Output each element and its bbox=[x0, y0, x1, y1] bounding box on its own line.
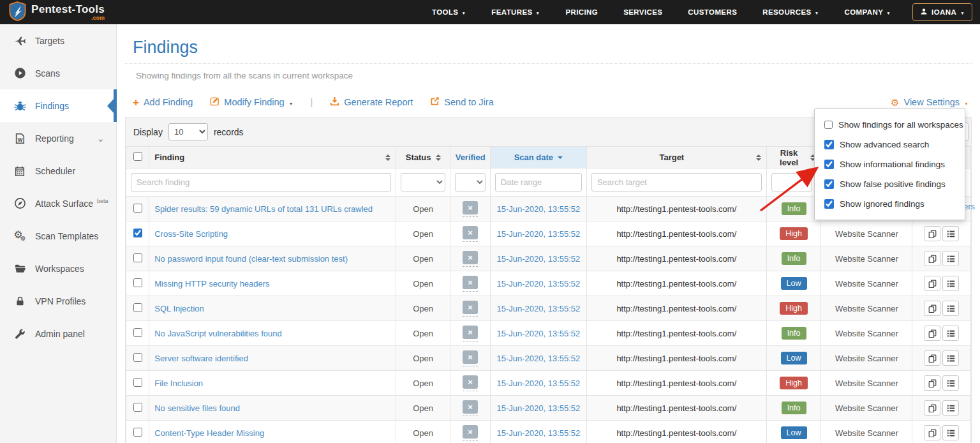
option-checkbox[interactable] bbox=[824, 120, 833, 130]
finding-link[interactable]: Content-Type Header Missing bbox=[154, 428, 264, 438]
scan-date-link[interactable]: 15-Jun-2020, 13:55:52 bbox=[496, 428, 580, 438]
not-verified-icon[interactable] bbox=[463, 301, 478, 314]
not-verified-icon[interactable] bbox=[463, 276, 478, 289]
copy-finding-button[interactable] bbox=[924, 326, 940, 341]
not-verified-icon[interactable] bbox=[463, 400, 478, 414]
copy-finding-button[interactable] bbox=[924, 251, 940, 266]
sidebar-item[interactable]: Admin panel bbox=[0, 317, 116, 350]
copy-finding-button[interactable] bbox=[924, 276, 940, 291]
view-settings-option[interactable]: Show findings for all workspaces bbox=[815, 115, 965, 135]
scan-date-link[interactable]: 15-Jun-2020, 13:55:52 bbox=[496, 304, 580, 313]
view-settings-button[interactable]: ⚙ View Settings bbox=[891, 97, 969, 107]
pentest-tools-logo[interactable]: Pentest-Tools .com bbox=[9, 1, 105, 24]
copy-finding-button[interactable] bbox=[924, 375, 940, 391]
records-per-page-select[interactable]: 10 bbox=[168, 123, 208, 140]
sidebar-item[interactable]: Scans bbox=[0, 57, 116, 89]
view-settings-option[interactable]: Show false positive findings bbox=[815, 174, 965, 194]
view-settings-option[interactable]: Show ignored findings bbox=[815, 194, 965, 214]
search-finding-input[interactable] bbox=[131, 173, 391, 191]
not-verified-icon[interactable] bbox=[463, 350, 478, 364]
row-checkbox[interactable] bbox=[133, 428, 142, 437]
scan-date-link[interactable]: 15-Jun-2020, 13:55:52 bbox=[496, 379, 580, 388]
not-verified-icon[interactable] bbox=[463, 326, 478, 339]
row-checkbox[interactable] bbox=[133, 278, 142, 287]
target-column-header[interactable]: Target bbox=[586, 147, 766, 169]
top-nav-item[interactable]: SERVICES bbox=[623, 8, 662, 16]
risk-filter-select[interactable] bbox=[771, 173, 812, 191]
scan-date-link[interactable]: 15-Jun-2020, 13:55:52 bbox=[496, 329, 580, 338]
details-list-button[interactable] bbox=[942, 350, 959, 366]
copy-finding-button[interactable] bbox=[924, 301, 940, 316]
sort-icon[interactable] bbox=[756, 154, 761, 161]
row-checkbox[interactable] bbox=[133, 328, 142, 337]
sidebar-item[interactable]: Scheduler bbox=[0, 154, 116, 187]
user-menu-button[interactable]: IOANA bbox=[912, 3, 972, 21]
top-nav-item[interactable]: PRICING bbox=[565, 8, 598, 16]
row-checkbox[interactable] bbox=[133, 253, 142, 262]
details-list-button[interactable] bbox=[942, 326, 959, 341]
search-target-input[interactable] bbox=[591, 173, 762, 191]
row-checkbox[interactable] bbox=[133, 229, 142, 237]
not-verified-icon[interactable] bbox=[463, 251, 478, 264]
details-list-button[interactable] bbox=[942, 375, 959, 391]
sidebar-item[interactable]: Workspaces bbox=[0, 252, 116, 285]
not-verified-icon[interactable] bbox=[463, 375, 478, 389]
sidebar-item[interactable]: Targets bbox=[0, 24, 116, 57]
option-checkbox[interactable] bbox=[824, 140, 834, 149]
scan-date-link[interactable]: 15-Jun-2020, 13:55:52 bbox=[496, 279, 580, 289]
select-all-checkbox[interactable] bbox=[133, 152, 142, 161]
scan-date-link[interactable]: 15-Jun-2020, 13:55:52 bbox=[496, 254, 580, 264]
details-list-button[interactable] bbox=[942, 251, 959, 266]
sort-icon[interactable] bbox=[385, 154, 390, 161]
option-checkbox[interactable] bbox=[824, 179, 834, 189]
row-checkbox[interactable] bbox=[133, 353, 142, 362]
details-list-button[interactable] bbox=[942, 276, 959, 291]
not-verified-icon[interactable] bbox=[463, 425, 478, 439]
option-checkbox[interactable] bbox=[824, 199, 834, 209]
view-settings-option[interactable]: Show advanced search bbox=[815, 135, 965, 154]
top-nav-item[interactable]: FEATURES bbox=[491, 8, 540, 16]
send-to-jira-button[interactable]: Send to Jira bbox=[430, 96, 493, 108]
details-list-button[interactable] bbox=[942, 425, 959, 440]
finding-link[interactable]: Spider results: 59 dynamic URLs of total… bbox=[154, 204, 373, 214]
add-finding-button[interactable]: + Add Finding bbox=[133, 97, 193, 108]
not-verified-icon[interactable] bbox=[463, 201, 478, 214]
generate-report-button[interactable]: Generate Report bbox=[330, 96, 413, 108]
finding-link[interactable]: SQL Injection bbox=[154, 304, 204, 313]
scan-date-column-header[interactable]: Scan date bbox=[490, 147, 586, 169]
modify-finding-button[interactable]: Modify Finding bbox=[210, 96, 293, 108]
not-verified-icon[interactable] bbox=[463, 226, 478, 239]
top-nav-item[interactable]: RESOURCES bbox=[762, 8, 819, 16]
date-range-input[interactable] bbox=[495, 173, 582, 191]
scan-date-link[interactable]: 15-Jun-2020, 13:55:52 bbox=[496, 354, 580, 363]
finding-link[interactable]: Missing HTTP security headers bbox=[154, 279, 269, 289]
view-settings-option[interactable]: Show informational findings bbox=[815, 154, 965, 174]
sort-icon[interactable] bbox=[436, 154, 441, 161]
copy-finding-button[interactable] bbox=[924, 226, 940, 241]
verified-column-header[interactable]: Verified bbox=[450, 147, 490, 169]
sidebar-item[interactable]: VPN Profiles bbox=[0, 285, 116, 317]
copy-finding-button[interactable] bbox=[924, 400, 940, 416]
finding-link[interactable]: No password input found (clear-text subm… bbox=[154, 254, 348, 264]
sidebar-item[interactable]: Findings bbox=[0, 89, 116, 122]
row-checkbox[interactable] bbox=[133, 303, 142, 312]
finding-link[interactable]: Server software identified bbox=[154, 354, 248, 363]
sidebar-item[interactable]: Attack Surface beta bbox=[0, 187, 116, 220]
risk-level-column-header[interactable]: Risk level bbox=[766, 147, 821, 169]
finding-link[interactable]: File Inclusion bbox=[154, 379, 203, 388]
sidebar-item[interactable]: W Reporting bbox=[0, 122, 116, 154]
copy-finding-button[interactable] bbox=[924, 350, 940, 366]
scan-date-link[interactable]: 15-Jun-2020, 13:55:52 bbox=[496, 204, 580, 214]
finding-link[interactable]: No JavaScript vulnerabilities found bbox=[154, 329, 281, 338]
row-checkbox[interactable] bbox=[133, 378, 142, 387]
status-column-header[interactable]: Status bbox=[396, 147, 450, 169]
sort-desc-icon[interactable] bbox=[558, 156, 563, 159]
status-filter-select[interactable] bbox=[401, 173, 446, 191]
sidebar-item[interactable]: ⚙⚙ Scan Templates bbox=[0, 220, 116, 252]
details-list-button[interactable] bbox=[942, 226, 959, 241]
finding-link[interactable]: No sensitive files found bbox=[154, 403, 240, 413]
top-nav-item[interactable]: TOOLS bbox=[432, 8, 466, 16]
row-checkbox[interactable] bbox=[133, 204, 142, 213]
copy-finding-button[interactable] bbox=[924, 425, 940, 440]
top-nav-item[interactable]: COMPANY bbox=[845, 8, 891, 16]
